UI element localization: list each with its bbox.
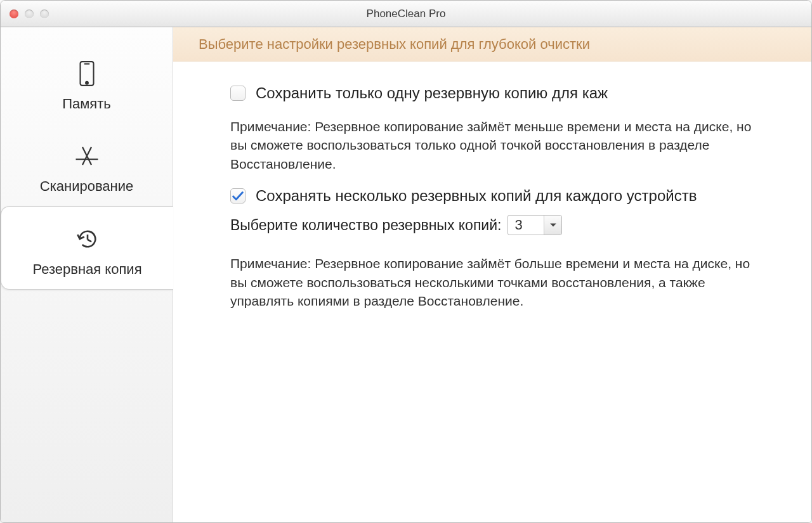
- content-area: Выберите настройки резервных копий для г…: [173, 27, 811, 522]
- page-banner: Выберите настройки резервных копий для г…: [173, 27, 811, 61]
- sidebar-item-label: Сканирование: [40, 178, 134, 195]
- option-multi-backup: Сохранять несколько резервных копий для …: [230, 187, 792, 205]
- sidebar: Память Сканирование: [1, 27, 173, 522]
- sidebar-item-scan[interactable]: Сканирование: [1, 124, 173, 206]
- banner-text: Выберите настройки резервных копий для г…: [199, 36, 590, 53]
- backup-count-row: Выберите количество резервных копий: 3: [230, 215, 792, 235]
- svg-line-7: [88, 240, 91, 242]
- note-single-backup: Примечание: Резервное копирование займёт…: [230, 117, 757, 173]
- titlebar: PhoneClean Pro: [1, 1, 811, 27]
- app-window: PhoneClean Pro Память: [0, 0, 812, 523]
- appstore-icon: [74, 143, 100, 173]
- sidebar-item-label: Резервная копия: [32, 261, 141, 278]
- sidebar-item-backup[interactable]: Резервная копия: [1, 206, 173, 290]
- option-multi-label: Сохранять несколько резервных копий для …: [256, 187, 697, 205]
- backup-count-label: Выберите количество резервных копий:: [230, 217, 501, 234]
- window-title: PhoneClean Pro: [1, 8, 811, 20]
- checkbox-multi-backup[interactable]: [230, 188, 246, 203]
- option-single-backup: Сохранить только одну резервную копию дл…: [230, 84, 792, 102]
- chevron-down-icon: [549, 221, 557, 229]
- window-body: Память Сканирование: [1, 27, 811, 522]
- sidebar-item-memory[interactable]: Память: [1, 41, 173, 124]
- option-single-label: Сохранить только одну резервную копию дл…: [256, 84, 608, 102]
- note-multi-backup: Примечание: Резервное копирование займёт…: [230, 254, 757, 310]
- dropdown-button[interactable]: [544, 216, 561, 235]
- svg-point-1: [86, 82, 88, 84]
- settings-pane: Сохранить только одну резервную копию дл…: [173, 61, 811, 522]
- backup-count-select[interactable]: 3: [508, 215, 562, 235]
- checkbox-single-backup[interactable]: [230, 86, 246, 101]
- backup-count-value: 3: [508, 216, 544, 235]
- sidebar-item-label: Память: [62, 96, 111, 112]
- history-icon: [74, 226, 101, 256]
- phone-icon: [74, 60, 100, 91]
